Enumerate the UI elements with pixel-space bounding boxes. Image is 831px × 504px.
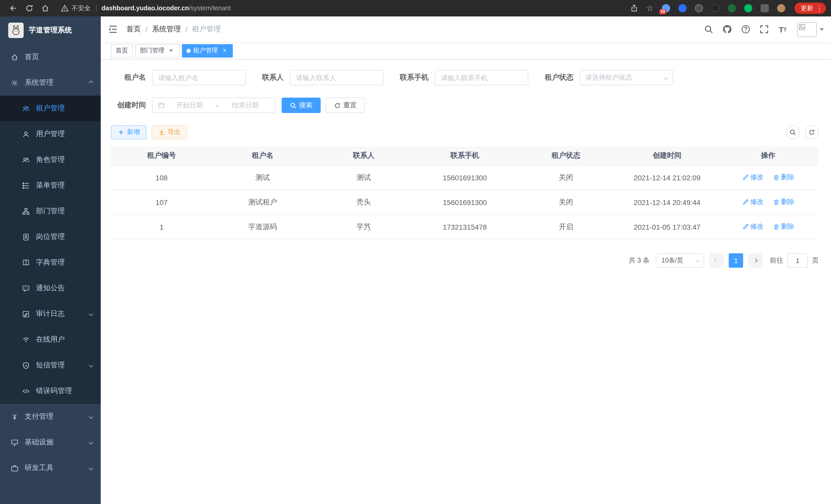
avatar[interactable] xyxy=(797,22,816,37)
sidebar-item-sms-management[interactable]: 短信管理 xyxy=(0,352,101,378)
sidebar-item-notice-announcement[interactable]: 通知公告 xyxy=(0,275,101,301)
sidebar-item-system-management[interactable]: 系统管理 xyxy=(0,70,101,95)
cell-phone: 15601691300 xyxy=(414,173,515,182)
column-header: 创建时间 xyxy=(617,151,717,160)
tenant-table: 租户编号 租户名 联系人 联系手机 租户状态 创建时间 操作 108 测试 测试… xyxy=(111,146,819,239)
extension-icon[interactable] xyxy=(728,4,736,12)
cell-tenant-name: 测试 xyxy=(212,173,313,182)
add-button[interactable]: 新增 xyxy=(111,125,146,139)
filter-create-time: 创建时间 开始日期 - 结束日期 xyxy=(111,98,276,113)
breadcrumb-system[interactable]: 系统管理 xyxy=(152,25,181,34)
contact-input[interactable] xyxy=(290,70,383,85)
sidebar-fold-icon[interactable] xyxy=(108,24,118,34)
phone-input[interactable] xyxy=(435,70,528,85)
search-icon[interactable] xyxy=(704,24,714,34)
goto-page-input[interactable] xyxy=(787,253,808,268)
chevron-up-icon xyxy=(89,81,93,85)
profile-avatar-icon[interactable] xyxy=(777,4,785,12)
close-icon[interactable]: × xyxy=(221,47,228,54)
github-icon[interactable] xyxy=(722,24,732,34)
cell-actions: 修改 删除 xyxy=(718,198,819,207)
tab-tenant-management[interactable]: 租户管理 × xyxy=(182,44,233,57)
extension-icon[interactable] xyxy=(761,4,769,12)
cell-created: 2021-12-14 20:49:44 xyxy=(617,198,717,206)
delete-link[interactable]: 删除 xyxy=(773,198,794,207)
sidebar-item-dev-tools[interactable]: 研发工具 xyxy=(0,455,101,481)
edit-link[interactable]: 修改 xyxy=(742,222,764,232)
extension-icon[interactable] xyxy=(695,4,703,12)
prev-page-button[interactable] xyxy=(709,253,724,268)
page-1-button[interactable]: 1 xyxy=(729,253,743,268)
home-icon[interactable] xyxy=(40,4,49,12)
tab-bar: 首页 部门管理 × 租户管理 × xyxy=(101,42,831,60)
sidebar-item-error-code-management[interactable]: 错误码管理 xyxy=(0,378,101,404)
edit-square-icon xyxy=(22,310,30,318)
reset-button[interactable]: 重置 xyxy=(326,98,365,113)
edit-link[interactable]: 修改 xyxy=(742,198,764,207)
briefcase-icon xyxy=(10,464,19,472)
delete-link[interactable]: 删除 xyxy=(773,222,794,232)
pagination-total: 共 3 条 xyxy=(629,256,650,265)
next-page-button[interactable] xyxy=(748,253,763,268)
sidebar-item-infrastructure[interactable]: 基础设施 xyxy=(0,429,101,455)
share-icon[interactable] xyxy=(630,4,638,12)
extension-icon[interactable]: 10 xyxy=(662,4,670,12)
sidebar: 芋道管理系统 首页 系统管理 租户管理 用户管理 xyxy=(0,17,101,504)
sidebar-item-position-management[interactable]: 岗位管理 xyxy=(0,224,101,250)
refresh-table-button[interactable] xyxy=(805,125,819,139)
chevron-down-icon[interactable] xyxy=(820,28,824,31)
breadcrumb-home[interactable]: 首页 xyxy=(126,25,141,34)
sidebar-item-menu-management[interactable]: 菜单管理 xyxy=(0,173,101,198)
edit-link[interactable]: 修改 xyxy=(742,173,764,182)
chevron-down-icon xyxy=(89,466,93,470)
reload-icon[interactable] xyxy=(25,4,33,12)
delete-link[interactable]: 删除 xyxy=(773,173,794,182)
book-icon xyxy=(22,259,30,267)
sidebar-item-home[interactable]: 首页 xyxy=(0,44,101,70)
extension-icon[interactable] xyxy=(678,4,687,12)
browser-update-button[interactable]: 更新 ⋮ xyxy=(795,3,826,14)
toggle-search-button[interactable] xyxy=(786,125,800,139)
extension-icon[interactable] xyxy=(744,4,752,12)
address-bar[interactable]: dashboard.yudao.iocoder.cn/system/tenant xyxy=(102,5,231,12)
extension-icon[interactable] xyxy=(711,4,719,12)
sidebar-item-tenant-management[interactable]: 租户管理 xyxy=(0,95,101,121)
back-icon[interactable] xyxy=(9,4,18,12)
sidebar-item-audit-log[interactable]: 审计日志 xyxy=(0,301,101,327)
tenant-name-input[interactable] xyxy=(152,70,246,85)
date-range-picker[interactable]: 开始日期 - 结束日期 xyxy=(152,98,276,113)
column-header: 联系手机 xyxy=(414,151,515,160)
site-security-zone[interactable]: 不安全 dashboard.yudao.iocoder.cn/system/te… xyxy=(60,4,231,12)
app-logo-area[interactable]: 芋道管理系统 xyxy=(0,17,101,44)
sidebar-item-payment-management[interactable]: 支付管理 xyxy=(0,404,101,429)
cell-created: 2021-01-05 17:03:47 xyxy=(617,223,717,231)
sidebar-item-online-users[interactable]: 在线用户 xyxy=(0,327,101,352)
status-select[interactable]: 请选择租户状态 xyxy=(580,70,673,85)
cell-tenant-id: 108 xyxy=(111,173,212,182)
chevron-down-icon xyxy=(89,363,93,367)
sidebar-item-role-management[interactable]: 角色管理 xyxy=(0,147,101,173)
close-icon[interactable]: × xyxy=(168,47,175,54)
pencil-icon xyxy=(742,174,748,181)
goto-label: 前往 xyxy=(770,256,783,265)
search-button[interactable]: 搜索 xyxy=(282,98,321,113)
role-users-icon xyxy=(22,156,30,164)
cell-actions: 修改 删除 xyxy=(718,173,819,182)
filter-form-row-2: 创建时间 开始日期 - 结束日期 搜索 重置 xyxy=(111,98,819,113)
plus-icon xyxy=(118,129,124,136)
help-icon[interactable] xyxy=(741,24,751,34)
browser-menu-icon[interactable]: ⋮ xyxy=(816,4,823,12)
tab-home[interactable]: 首页 xyxy=(111,44,133,57)
export-button[interactable]: 导出 xyxy=(152,125,187,139)
font-size-icon[interactable]: TT xyxy=(778,24,788,34)
page-size-select[interactable]: 10条/页 xyxy=(656,253,704,268)
tab-department-management[interactable]: 部门管理 × xyxy=(135,44,179,57)
chevron-right-icon xyxy=(753,259,758,263)
fullscreen-icon[interactable] xyxy=(759,24,769,34)
sidebar-item-user-management[interactable]: 用户管理 xyxy=(0,121,101,147)
sidebar-item-dictionary-management[interactable]: 字典管理 xyxy=(0,250,101,275)
sidebar-item-department-management[interactable]: 部门管理 xyxy=(0,198,101,224)
filter-form-row-1: 租户名 联系人 联系手机 租户状态 xyxy=(111,70,819,85)
end-date-placeholder: 结束日期 xyxy=(221,101,270,110)
bookmark-star-icon[interactable]: ☆ xyxy=(646,4,654,12)
